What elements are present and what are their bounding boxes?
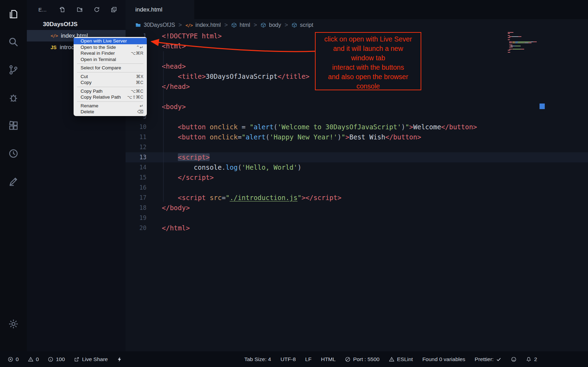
status-variables[interactable]: Found 0 variables: [422, 356, 465, 362]
minimap[interactable]: [508, 32, 539, 53]
menu-item-delete[interactable]: Delete⌫: [74, 109, 147, 115]
menu-item-reveal-in-finder[interactable]: Reveal in Finder⌥⌘R: [74, 50, 147, 56]
menu-item-rename[interactable]: Rename↵: [74, 103, 147, 109]
debug-icon[interactable]: [5, 89, 22, 106]
status-info-metric[interactable]: 100: [48, 356, 65, 362]
menu-item-select-for-compare[interactable]: Select for Compare: [74, 65, 147, 71]
new-file-icon[interactable]: [59, 6, 66, 13]
menu-item-copy-path[interactable]: Copy Path⌥⌘C: [74, 88, 147, 94]
status-port-text: Port : 5500: [353, 356, 379, 362]
status-errors-text: 0: [16, 356, 19, 362]
explorer-icon[interactable]: [5, 6, 22, 22]
minimap-line: [508, 51, 539, 52]
code-line-11[interactable]: 11 <button onclick="alert('Happy New Yea…: [126, 132, 588, 142]
breadcrumb-item-body[interactable]: body: [261, 22, 281, 28]
line-number: 13: [126, 152, 146, 162]
line-number: 16: [126, 183, 146, 193]
minimap-line: [508, 47, 539, 47]
status-prettier[interactable]: Prettier:: [475, 356, 502, 362]
menu-item-label: Reveal in Finder: [81, 51, 115, 56]
code-text: </body>: [162, 203, 190, 213]
annotation-text-line: console: [316, 82, 421, 91]
minimap-line: [508, 34, 539, 35]
settings-gear-icon[interactable]: [5, 315, 22, 332]
status-eslint-text: ESLint: [397, 356, 413, 362]
code-line-9[interactable]: 9: [126, 112, 588, 122]
breadcrumb-item-index-html[interactable]: </>index.html: [186, 22, 221, 28]
menu-item-open-to-the-side[interactable]: Open to the Side⌃↵: [74, 44, 147, 51]
code-line-17[interactable]: 17 <script src="./introduction.js"></scr…: [126, 193, 588, 203]
code-line-12[interactable]: 12: [126, 142, 588, 152]
check-icon: [496, 357, 502, 362]
code-line-8[interactable]: 8<body>: [126, 102, 588, 112]
extensions-icon[interactable]: [5, 117, 22, 134]
code-line-15[interactable]: 15 </script>: [126, 173, 588, 183]
status-eol[interactable]: LF: [305, 356, 311, 362]
refresh-icon[interactable]: [93, 6, 100, 13]
minimap-line: [508, 52, 539, 53]
search-icon[interactable]: [5, 33, 22, 50]
smiley-icon: [511, 357, 517, 362]
breadcrumb-label: html: [240, 22, 250, 28]
status-language-mode-text: HTML: [321, 356, 336, 362]
cube-icon: [261, 22, 266, 28]
menu-item-open-in-terminal[interactable]: Open in Terminal: [74, 56, 147, 63]
status-zap[interactable]: [117, 357, 122, 362]
breadcrumb-item-html[interactable]: html: [231, 22, 250, 28]
status-live-share[interactable]: Live Share: [74, 356, 108, 362]
new-folder-icon[interactable]: [76, 6, 83, 13]
status-language-mode[interactable]: HTML: [321, 356, 336, 362]
code-line-16[interactable]: 16: [126, 183, 588, 193]
overview-ruler-marker: [540, 104, 545, 109]
code-line-18[interactable]: 18</body>: [126, 203, 588, 213]
menu-item-cut[interactable]: Cut⌘X: [74, 74, 147, 80]
status-errors[interactable]: 0: [8, 356, 19, 362]
menu-item-copy[interactable]: Copy⌘C: [74, 79, 147, 86]
menu-item-label: Cut: [81, 74, 88, 79]
status-notifications[interactable]: 2: [526, 356, 537, 362]
menu-item-label: Copy Relative Path: [81, 94, 121, 100]
menu-item-label: Open to the Side: [81, 45, 116, 50]
annotation-box: click on open with Live Severand it will…: [315, 32, 421, 90]
code-line-14[interactable]: 14 console.log('Hello, World'): [126, 162, 588, 173]
source-control-icon[interactable]: [5, 61, 22, 78]
status-port[interactable]: Port : 5500: [345, 356, 379, 362]
status-warnings[interactable]: 0: [28, 356, 39, 362]
menu-item-open-with-live-server[interactable]: Open with Live Server: [74, 38, 147, 44]
indent-guide: [163, 51, 164, 202]
breadcrumb-item-30daysofjs[interactable]: 30DaysOfJS: [135, 22, 175, 28]
annotation-text-line: and also open the browser: [316, 72, 421, 82]
folder-row-30daysofjs[interactable]: 30DaysOfJS: [27, 18, 126, 30]
html-file-icon: </>: [51, 33, 58, 38]
status-bar-right: Tab Size: 4UTF-8LFHTMLPort : 5500ESLintF…: [244, 356, 537, 362]
cube-icon: [231, 22, 237, 28]
history-icon[interactable]: [5, 145, 22, 162]
annotation-text-line: click on open with Live Sever: [316, 35, 421, 44]
code-line-13[interactable]: 13 <script>: [126, 152, 588, 162]
folder-icon: [135, 22, 141, 28]
info-icon: [48, 357, 53, 362]
code-line-7[interactable]: 7: [126, 92, 588, 102]
tab-index-html[interactable]: index.html: [126, 0, 195, 19]
minimap-line: [508, 44, 539, 44]
collapse-folders-icon[interactable]: [111, 6, 117, 13]
code-text: <!DOCTYPE html>: [162, 31, 222, 41]
feedback-icon[interactable]: [5, 173, 22, 190]
code-line-20[interactable]: 20</html>: [126, 223, 588, 233]
status-encoding-text: UTF-8: [280, 356, 296, 362]
status-eslint[interactable]: ESLint: [389, 356, 413, 362]
menu-item-copy-relative-path[interactable]: Copy Relative Path⌥⇧⌘C: [74, 94, 147, 100]
minimap-line: [508, 40, 539, 41]
breadcrumb-item-script[interactable]: script: [292, 22, 313, 28]
minimap-line: [508, 50, 539, 51]
status-encoding[interactable]: UTF-8: [280, 356, 296, 362]
status-tab-size[interactable]: Tab Size: 4: [244, 356, 271, 362]
code-line-19[interactable]: 19: [126, 213, 588, 223]
minimap-line: [508, 38, 539, 39]
breadcrumb-label: body: [269, 22, 281, 28]
code-line-10[interactable]: 10 <button onclick = "alert('Welcome to …: [126, 122, 588, 132]
activity-bar-top: [0, 0, 27, 190]
code-text: </html>: [162, 223, 190, 233]
line-number: 19: [126, 213, 146, 223]
status-feedback-smiley[interactable]: [511, 357, 517, 362]
